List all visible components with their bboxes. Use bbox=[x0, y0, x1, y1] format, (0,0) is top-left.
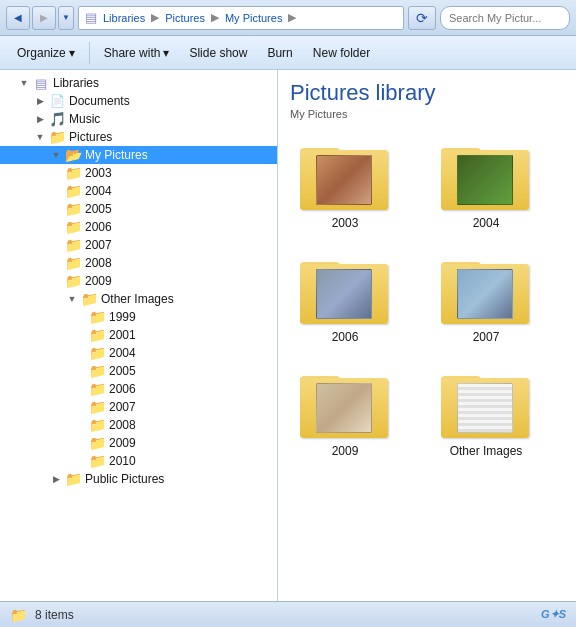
crumb-mypictures[interactable]: My Pictures bbox=[223, 12, 284, 24]
folder-2006-icon: 📁 bbox=[64, 219, 82, 235]
slide-show-button[interactable]: Slide show bbox=[180, 42, 256, 64]
sidebar-item-oi1999[interactable]: 📁 1999 bbox=[0, 308, 277, 326]
expand-icon[interactable]: ▼ bbox=[16, 78, 32, 88]
sidebar-item-otherimages[interactable]: ▼ 📁 Other Images bbox=[0, 290, 277, 308]
share-with-button[interactable]: Share with ▾ bbox=[95, 42, 179, 64]
sidebar-item-oi2010[interactable]: 📁 2010 bbox=[0, 452, 277, 470]
expand-icon[interactable]: ▼ bbox=[48, 150, 64, 160]
sidebar-item-documents[interactable]: ▶ 📄 Documents bbox=[0, 92, 277, 110]
folder-2003-icon: 📁 bbox=[64, 165, 82, 181]
dropdown-button[interactable]: ▼ bbox=[58, 6, 74, 30]
folder-2004-label: 2004 bbox=[85, 184, 112, 198]
expand-icon[interactable]: ▼ bbox=[32, 132, 48, 142]
sidebar-item-oi2007[interactable]: 📁 2007 bbox=[0, 398, 277, 416]
folder-photo-2007 bbox=[457, 269, 513, 319]
oi2008-label: 2008 bbox=[109, 418, 136, 432]
oi2001-label: 2001 bbox=[109, 328, 136, 342]
folder-2009-label: 2009 bbox=[85, 274, 112, 288]
status-folder-icon: 📁 bbox=[10, 607, 27, 623]
sidebar-item-2007[interactable]: 📁 2007 bbox=[0, 236, 277, 254]
libraries-label: Libraries bbox=[53, 76, 99, 90]
folder-body bbox=[441, 264, 529, 324]
folder-2007-icon: 📁 bbox=[64, 237, 82, 253]
oi2001-icon: 📁 bbox=[88, 327, 106, 343]
folder-body bbox=[441, 378, 529, 438]
expand-icon[interactable]: ▶ bbox=[48, 474, 64, 484]
crumb-libraries[interactable]: Libraries bbox=[101, 12, 147, 24]
folder-visual-2003 bbox=[300, 138, 390, 210]
crumb-sep-1: ▶ bbox=[151, 11, 159, 24]
address-bar: ◀ ▶ ▼ ▤ Libraries ▶ Pictures ▶ My Pictur… bbox=[0, 0, 576, 36]
sidebar-item-music[interactable]: ▶ 🎵 Music bbox=[0, 110, 277, 128]
folder-visual-2004 bbox=[441, 138, 531, 210]
expand-icon[interactable]: ▶ bbox=[32, 114, 48, 124]
oi2009-icon: 📁 bbox=[88, 435, 106, 451]
oi2005-label: 2005 bbox=[109, 364, 136, 378]
sidebar-item-2004[interactable]: 📁 2004 bbox=[0, 182, 277, 200]
sidebar-item-libraries[interactable]: ▼ ▤ Libraries bbox=[0, 74, 277, 92]
crumb-sep-2: ▶ bbox=[211, 11, 219, 24]
sidebar-item-oi2006[interactable]: 📁 2006 bbox=[0, 380, 277, 398]
oi2006-label: 2006 bbox=[109, 382, 136, 396]
oi2006-icon: 📁 bbox=[88, 381, 106, 397]
folder-body bbox=[300, 150, 388, 210]
oi2004-icon: 📁 bbox=[88, 345, 106, 361]
expand-icon[interactable]: ▶ bbox=[32, 96, 48, 106]
folder-body bbox=[441, 150, 529, 210]
folder-2006-label: 2006 bbox=[85, 220, 112, 234]
folder-label-2003: 2003 bbox=[332, 216, 359, 230]
documents-icon: 📄 bbox=[48, 94, 66, 108]
folder-2004-icon: 📁 bbox=[64, 183, 82, 199]
folder-photo-2009 bbox=[316, 383, 372, 433]
back-button[interactable]: ◀ bbox=[6, 6, 30, 30]
expand-icon[interactable]: ▼ bbox=[64, 294, 80, 304]
folder-visual-2009 bbox=[300, 366, 390, 438]
sidebar-item-oi2008[interactable]: 📁 2008 bbox=[0, 416, 277, 434]
folder-2009-icon: 📁 bbox=[64, 273, 82, 289]
folder-visual-2007 bbox=[441, 252, 531, 324]
music-label: Music bbox=[69, 112, 100, 126]
sidebar-item-mypictures[interactable]: ▼ 📂 My Pictures bbox=[0, 146, 277, 164]
folder-2005-label: 2005 bbox=[85, 202, 112, 216]
sidebar-item-2006[interactable]: 📁 2006 bbox=[0, 218, 277, 236]
sidebar-item-pictures[interactable]: ▼ 📁 Pictures bbox=[0, 128, 277, 146]
sidebar-item-oi2004[interactable]: 📁 2004 bbox=[0, 344, 277, 362]
folder-2008-label: 2008 bbox=[85, 256, 112, 270]
folder-item-2004[interactable]: 2004 bbox=[431, 132, 541, 236]
folder-photo-2006 bbox=[316, 269, 372, 319]
sidebar-item-oi2001[interactable]: 📁 2001 bbox=[0, 326, 277, 344]
sidebar-item-oi2005[interactable]: 📁 2005 bbox=[0, 362, 277, 380]
oi2010-icon: 📁 bbox=[88, 453, 106, 469]
address-field[interactable]: ▤ Libraries ▶ Pictures ▶ My Pictures ▶ bbox=[78, 6, 404, 30]
music-icon: 🎵 bbox=[48, 111, 66, 127]
folder-2007-label: 2007 bbox=[85, 238, 112, 252]
folder-item-2006[interactable]: 2006 bbox=[290, 246, 400, 350]
folder-item-otherimages[interactable]: Other Images bbox=[431, 360, 541, 464]
oi2007-label: 2007 bbox=[109, 400, 136, 414]
folder-photo-2003 bbox=[316, 155, 372, 205]
main-content: ▼ ▤ Libraries ▶ 📄 Documents ▶ 🎵 Music ▼ … bbox=[0, 70, 576, 601]
sidebar-item-2009[interactable]: 📁 2009 bbox=[0, 272, 277, 290]
toolbar-separator-1 bbox=[89, 42, 90, 64]
folder-label-2009: 2009 bbox=[332, 444, 359, 458]
refresh-button[interactable]: ⟳ bbox=[408, 6, 436, 30]
organize-button[interactable]: Organize ▾ bbox=[8, 42, 84, 64]
pictures-icon: 📁 bbox=[48, 129, 66, 145]
sidebar-item-2005[interactable]: 📁 2005 bbox=[0, 200, 277, 218]
folder-2008-icon: 📁 bbox=[64, 255, 82, 271]
oi1999-label: 1999 bbox=[109, 310, 136, 324]
burn-button[interactable]: Burn bbox=[258, 42, 301, 64]
status-item-count: 8 items bbox=[35, 608, 74, 622]
sidebar-item-oi2009[interactable]: 📁 2009 bbox=[0, 434, 277, 452]
folder-body bbox=[300, 264, 388, 324]
sidebar-item-2008[interactable]: 📁 2008 bbox=[0, 254, 277, 272]
new-folder-button[interactable]: New folder bbox=[304, 42, 379, 64]
folder-item-2009[interactable]: 2009 bbox=[290, 360, 400, 464]
search-input[interactable] bbox=[440, 6, 570, 30]
folder-item-2007[interactable]: 2007 bbox=[431, 246, 541, 350]
crumb-pictures[interactable]: Pictures bbox=[163, 12, 207, 24]
sidebar-item-2003[interactable]: 📁 2003 bbox=[0, 164, 277, 182]
forward-button[interactable]: ▶ bbox=[32, 6, 56, 30]
folder-item-2003[interactable]: 2003 bbox=[290, 132, 400, 236]
sidebar-item-publicpictures[interactable]: ▶ 📁 Public Pictures bbox=[0, 470, 277, 488]
